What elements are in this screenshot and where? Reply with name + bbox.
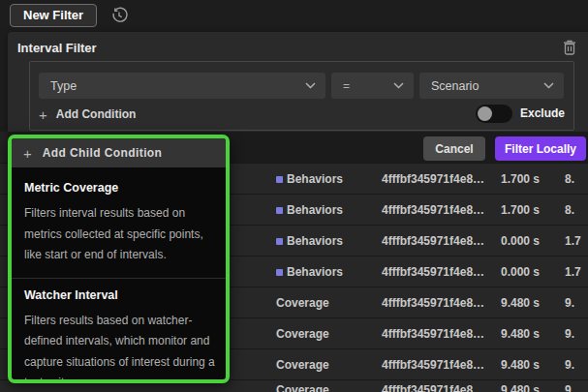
menu-item-description: Filters interval results based on metric… bbox=[24, 203, 216, 266]
app-window: Behaviors 4fffbf345971f4e8… 1.700 s 8. B… bbox=[0, 0, 588, 392]
row-next-value: 9. bbox=[565, 349, 574, 380]
panel-title: Interval Filter bbox=[17, 41, 97, 55]
row-next-value: 9. bbox=[565, 380, 574, 392]
row-id: 4fffbf345971f4e8… bbox=[382, 164, 484, 195]
row-duration: 9.480 s bbox=[501, 287, 540, 318]
chevron-down-icon bbox=[305, 82, 316, 89]
condition-value: Scenario bbox=[431, 79, 479, 93]
row-type: Coverage bbox=[276, 380, 329, 392]
plus-icon: + bbox=[39, 107, 47, 122]
row-next-value: 8. bbox=[565, 195, 574, 226]
row-type: Behaviors bbox=[287, 256, 343, 287]
add-condition-button[interactable]: + Add Condition bbox=[39, 105, 136, 124]
condition-operator-value: = bbox=[343, 79, 350, 93]
exclude-toggle[interactable] bbox=[476, 105, 512, 123]
row-type: Coverage bbox=[276, 287, 329, 318]
row-duration: 9.480 s bbox=[501, 349, 540, 380]
menu-item-title: Metric Coverage bbox=[24, 181, 213, 195]
row-next-value: 9. bbox=[565, 318, 574, 349]
behavior-marker-icon bbox=[276, 176, 283, 183]
row-next-value: 8. bbox=[565, 164, 574, 195]
menu-item-description: Filters results based on watcher-defined… bbox=[24, 311, 216, 384]
condition-operator-select[interactable]: = bbox=[331, 73, 414, 99]
row-duration: 1.700 s bbox=[501, 164, 540, 195]
add-condition-label: Add Condition bbox=[56, 107, 137, 121]
row-next-value: 9. bbox=[565, 287, 574, 318]
row-type: Coverage bbox=[276, 318, 329, 349]
row-type: Coverage bbox=[276, 349, 329, 380]
exclude-label: Exclude bbox=[520, 106, 565, 120]
row-type: Behaviors bbox=[287, 164, 343, 195]
interval-filter-panel: Interval Filter Type = bbox=[8, 32, 588, 132]
row-id: 4fffbf345971f4e8… bbox=[382, 195, 484, 226]
behavior-marker-icon bbox=[276, 207, 283, 214]
row-duration: 9.480 s bbox=[501, 318, 540, 349]
row-id: 4fffbf345971f4e8… bbox=[382, 256, 484, 287]
filter-locally-button[interactable]: Filter Locally bbox=[495, 136, 586, 161]
menu-item-title: Watcher Interval bbox=[24, 288, 213, 302]
row-id: 4fffbf345971f4e8… bbox=[382, 226, 484, 256]
row-next-value: 1.7 bbox=[565, 226, 581, 256]
chevron-down-icon bbox=[543, 82, 554, 89]
history-restore-icon[interactable] bbox=[109, 6, 129, 25]
row-duration: 1.700 s bbox=[501, 195, 540, 226]
menu-items: Metric Coverage Filters interval results… bbox=[12, 167, 226, 383]
menu-item-watcher-interval[interactable]: Watcher Interval Filters results based o… bbox=[12, 281, 226, 384]
menu-divider bbox=[12, 278, 226, 279]
condition-field-value: Type bbox=[50, 79, 77, 93]
condition-value-select[interactable]: Scenario bbox=[419, 73, 564, 99]
new-filter-button[interactable]: New Filter bbox=[10, 4, 97, 27]
behavior-marker-icon bbox=[276, 238, 283, 245]
chevron-down-icon bbox=[393, 82, 404, 89]
add-child-condition-header[interactable]: + Add Child Condition bbox=[12, 138, 226, 167]
toggle-knob bbox=[478, 106, 492, 121]
row-duration: 0.000 s bbox=[501, 256, 540, 287]
condition-group: Type = Scenario + Add Condition bbox=[29, 61, 574, 131]
row-id: 4fffbf345971f4e8… bbox=[382, 318, 484, 349]
row-duration: 0.000 s bbox=[501, 226, 540, 256]
row-duration: 9.480 s bbox=[501, 380, 540, 392]
add-child-condition-label: Add Child Condition bbox=[43, 146, 163, 160]
row-next-value: 1.7 bbox=[565, 256, 581, 287]
cancel-button[interactable]: Cancel bbox=[423, 136, 485, 161]
row-id: 4fffbf345971f4e8… bbox=[382, 380, 484, 392]
row-type: Behaviors bbox=[287, 195, 343, 226]
plus-icon: + bbox=[23, 146, 32, 161]
trash-icon[interactable] bbox=[562, 39, 577, 56]
row-type: Behaviors bbox=[287, 226, 343, 256]
row-id: 4fffbf345971f4e8… bbox=[382, 287, 484, 318]
menu-item-metric-coverage[interactable]: Metric Coverage Filters interval results… bbox=[12, 173, 226, 276]
behavior-marker-icon bbox=[276, 269, 283, 276]
condition-field-select[interactable]: Type bbox=[39, 73, 325, 99]
row-id: 4fffbf345971f4e8… bbox=[382, 349, 484, 380]
add-child-condition-menu: + Add Child Condition Metric Coverage Fi… bbox=[8, 135, 230, 383]
